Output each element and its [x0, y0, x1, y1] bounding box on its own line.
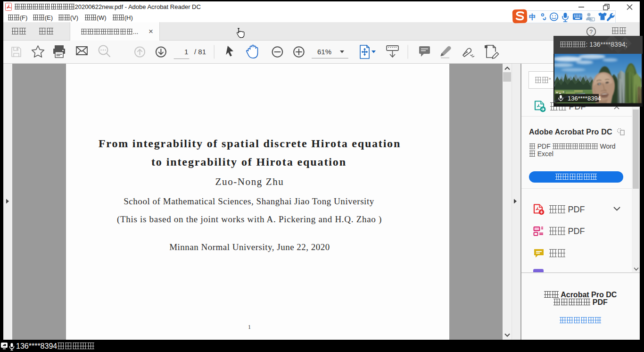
svg-text:中: 中	[529, 13, 536, 21]
svg-text:?: ?	[589, 29, 593, 35]
svg-text:/ 81: / 81	[194, 48, 206, 56]
svg-text:61%: 61%	[317, 48, 331, 56]
svg-text:1: 1	[184, 48, 188, 56]
